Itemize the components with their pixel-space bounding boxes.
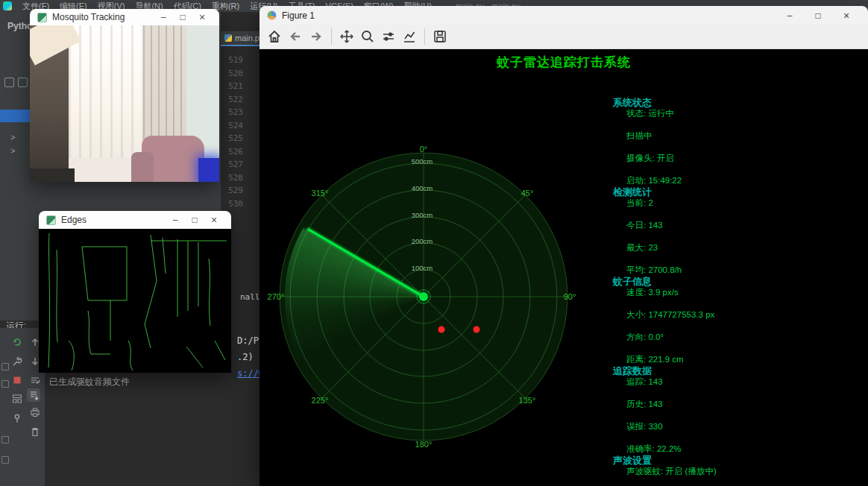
section-header: 蚊子信息: [613, 277, 859, 286]
rerun-button[interactable]: [12, 337, 22, 347]
radar-center-dot: [419, 292, 428, 301]
status-line: 当前: 2: [613, 198, 859, 208]
settings-wrench-icon[interactable]: [12, 356, 22, 367]
close-button[interactable]: ×: [192, 11, 212, 23]
floor-shadow: [30, 168, 75, 182]
tool-stripe-icon[interactable]: [1, 363, 9, 370]
minimize-button[interactable]: –: [166, 215, 185, 225]
print-icon[interactable]: [30, 407, 40, 417]
editor-tab-label: main.p: [235, 34, 260, 42]
line-number: 527: [221, 158, 243, 171]
toolbar-separator: [424, 28, 425, 45]
angle-tick: 90°: [564, 292, 576, 301]
tool-stripe-icon[interactable]: [1, 456, 9, 464]
mosquito-tracking-titlebar[interactable]: Mosquito Tracking – □ ×: [30, 9, 219, 25]
scroll-to-end-button-active[interactable]: [27, 388, 40, 402]
section-sound-settings: 声波设置 声波驱蚊: 开启 (播放中): [613, 455, 859, 476]
tool-stripe-icon[interactable]: [1, 436, 9, 444]
minimize-button[interactable]: –: [776, 10, 804, 21]
soft-wrap-icon[interactable]: [30, 375, 40, 385]
chair-arm: [131, 152, 154, 182]
window-title: Mosquito Tracking: [52, 12, 154, 22]
line-number: 529: [221, 184, 243, 198]
mosquito-tracking-window: Mosquito Tracking – □ ×: [30, 9, 219, 182]
toolbar-separator: [331, 28, 332, 45]
line-number: 526: [221, 145, 243, 159]
section-tracking-data: 追踪数据 追踪: 143 历史: 143 误报: 330 准确率: 22.2%: [613, 366, 859, 454]
console-output-fragment: .2): [237, 352, 254, 362]
status-line: 今日: 143: [613, 221, 859, 230]
pin-icon[interactable]: [12, 413, 22, 423]
forward-icon[interactable]: [307, 28, 325, 45]
status-panel: 系统状态 状态: 运行中 扫描中 摄像头: 开启 启动: 15:49:22 检测…: [613, 98, 859, 478]
status-line: 最大: 23: [613, 243, 859, 253]
python-file-icon: [224, 34, 232, 42]
project-tool-icon[interactable]: [4, 78, 14, 87]
camera-feed: [30, 25, 219, 182]
home-icon[interactable]: [265, 28, 283, 45]
back-icon[interactable]: [286, 28, 304, 45]
edge-lines: [39, 229, 231, 373]
tree-selection[interactable]: [0, 110, 30, 122]
figure-canvas[interactable]: 蚊子雷达追踪打击系统: [260, 49, 868, 486]
zoom-icon[interactable]: [359, 28, 377, 45]
close-button[interactable]: ×: [832, 10, 861, 22]
status-line: 误报: 330: [613, 422, 859, 432]
angle-tick: 180°: [415, 440, 433, 449]
line-number: 528: [221, 171, 243, 185]
status-line: 距离: 221.9 cm: [613, 355, 859, 364]
sheer-curtain: [69, 25, 143, 158]
editor-tab-main[interactable]: main.p: [221, 31, 260, 46]
status-line: 方向: 0.0°: [613, 332, 859, 342]
status-line: 历史: 143: [613, 400, 859, 409]
figure-titlebar[interactable]: Figure 1 – □ ×: [260, 6, 868, 25]
edit-axes-icon[interactable]: [400, 28, 418, 45]
line-number: 519: [221, 54, 243, 67]
radius-tick: 500cm: [412, 157, 433, 165]
desktop: 文件(F) 编辑(E) 视图(V) 导航(N) 代码(C) 重构(R) 运行(U…: [0, 0, 868, 486]
line-number: 525: [221, 132, 243, 145]
angle-tick: 0°: [420, 145, 428, 154]
angle-tick: 225°: [312, 396, 329, 405]
edges-titlebar[interactable]: Edges – □ ×: [39, 211, 231, 229]
edge-detection-view: [39, 229, 231, 373]
status-line: 启动: 15:49:22: [613, 176, 859, 186]
tool-stripe-icon[interactable]: [1, 380, 9, 388]
minimize-button[interactable]: –: [154, 12, 173, 22]
project-title[interactable]: Pytho: [7, 21, 32, 31]
status-line: 速度: 3.9 px/s: [613, 288, 859, 297]
radar-sweep-line: [309, 230, 424, 297]
status-line: 扫描中: [613, 131, 859, 141]
save-icon[interactable]: [431, 28, 449, 45]
bookmark-tool-icon[interactable]: [18, 78, 28, 87]
restore-layout-icon[interactable]: [12, 394, 22, 404]
radius-tick: 400cm: [412, 184, 433, 192]
section-header: 检测统计: [613, 187, 859, 197]
angle-tick: 135°: [519, 396, 536, 405]
maximize-button[interactable]: □: [173, 12, 192, 22]
angle-tick: 315°: [312, 189, 329, 198]
maximize-button[interactable]: □: [804, 10, 832, 21]
matplotlib-logo-icon: [267, 10, 277, 20]
tree-chevron-icon[interactable]: >: [10, 146, 15, 155]
close-button[interactable]: ×: [204, 214, 224, 226]
radius-tick: 300cm: [412, 211, 433, 219]
line-number: 522: [221, 93, 243, 107]
mosquito-target-dot: [438, 326, 445, 333]
configure-subplots-icon[interactable]: [380, 28, 397, 45]
status-line: 平均: 2700.8/h: [613, 265, 859, 275]
status-line: 大小: 1747727553.3 px: [613, 310, 859, 320]
tree-chevron-icon[interactable]: >: [10, 133, 15, 142]
console-status-message: 已生成驱蚊音频文件: [49, 376, 130, 388]
line-number: 524: [221, 119, 243, 133]
line-number: 520: [221, 67, 243, 81]
pycharm-logo-icon: [3, 1, 12, 10]
section-header: 系统状态: [613, 98, 859, 107]
window-title: Edges: [61, 215, 166, 225]
clear-trash-icon[interactable]: [30, 426, 40, 437]
pan-icon[interactable]: [338, 28, 356, 45]
blue-screen-glow: [198, 158, 219, 182]
maximize-button[interactable]: □: [185, 215, 204, 225]
stop-button[interactable]: [12, 375, 22, 385]
radius-tick: 200cm: [412, 237, 433, 245]
